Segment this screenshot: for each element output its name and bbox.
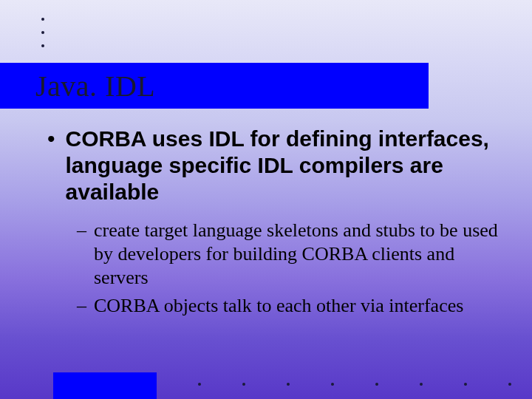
dot-icon — [508, 383, 511, 386]
dot-icon — [464, 383, 467, 386]
dot-icon — [41, 44, 44, 47]
dot-icon — [41, 18, 44, 21]
dot-icon — [331, 383, 334, 386]
bullet-level-1: • CORBA uses IDL for defining interfaces… — [47, 126, 502, 205]
bullet-marker: • — [47, 126, 55, 205]
decorative-dots-bottom — [198, 383, 511, 386]
dot-icon — [420, 383, 423, 386]
dot-icon — [198, 383, 201, 386]
dash-marker: – — [77, 294, 86, 318]
dash-marker: – — [77, 219, 86, 290]
decorative-dots-top — [41, 18, 44, 47]
dot-icon — [375, 383, 378, 386]
bullet-text: CORBA uses IDL for defining interfaces, … — [66, 126, 502, 205]
slide-content: • CORBA uses IDL for defining interfaces… — [47, 126, 502, 322]
bullet-level-2: – CORBA objects talk to each other via i… — [77, 294, 502, 318]
slide-title: Java. IDL — [35, 69, 155, 103]
sub-bullet-list: – create target language skeletons and s… — [77, 219, 502, 318]
dot-icon — [242, 383, 245, 386]
dot-icon — [41, 31, 44, 34]
bullet-text: create target language skeletons and stu… — [94, 219, 502, 290]
bullet-text: CORBA objects talk to each other via int… — [94, 294, 463, 318]
title-band: Java. IDL — [0, 63, 429, 109]
dot-icon — [287, 383, 290, 386]
decorative-block — [53, 372, 157, 399]
slide: Java. IDL • CORBA uses IDL for defining … — [0, 0, 532, 399]
bullet-level-2: – create target language skeletons and s… — [77, 219, 502, 290]
